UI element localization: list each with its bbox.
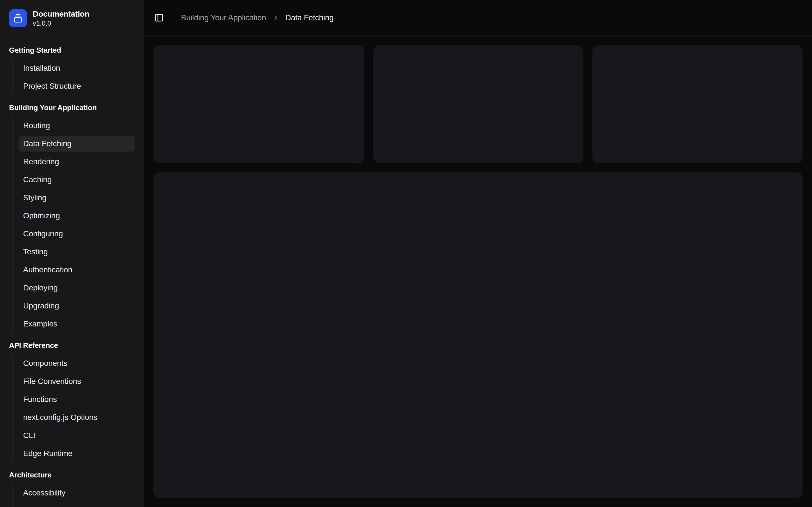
sidebar-menu-item: Routing [18,118,135,133]
sidebar-item-components[interactable]: Components [18,355,135,371]
breadcrumb-parent-link[interactable]: Building Your Application [181,13,266,22]
placeholder-card [153,45,364,163]
breadcrumb: Building Your Application Data Fetching [181,13,334,22]
app-title: Documentation [33,9,89,19]
sidebar-item-upgrading[interactable]: Upgrading [18,298,135,314]
sidebar-group-items: AccessibilityFast Refresh [12,484,135,507]
sidebar-menu-item: next.config.js Options [18,409,135,425]
sidebar-group-label-getting-started[interactable]: Getting Started [4,41,140,59]
sidebar-item-edge-runtime[interactable]: Edge Runtime [18,446,135,461]
sidebar-menu-item: Authentication [18,262,135,278]
sidebar-menu-item: Project Structure [18,78,135,94]
placeholder-panel [153,172,803,498]
sidebar-item-rendering[interactable]: Rendering [18,154,135,170]
sidebar-item-optimizing[interactable]: Optimizing [18,208,135,224]
sidebar-menu-item: Styling [18,190,135,206]
sidebar-menu-item: CLI [18,428,135,443]
sidebar-item-file-conventions[interactable]: File Conventions [18,374,135,389]
placeholder-cards-row [153,45,803,163]
sidebar-item-deploying[interactable]: Deploying [18,280,135,296]
main-area: Building Your Application Data Fetching [144,0,812,507]
sidebar-menu-item: Deploying [18,280,135,296]
sidebar-item-installation[interactable]: Installation [18,60,135,76]
sidebar-item-accessibility[interactable]: Accessibility [18,485,135,501]
sidebar-group-label-api-reference[interactable]: API Reference [4,336,140,354]
sidebar-item-fast-refresh[interactable]: Fast Refresh [18,503,135,507]
app-identity: Documentation v1.0.0 [33,9,89,27]
sidebar-nav: Getting StartedInstallationProject Struc… [0,32,144,507]
placeholder-card [592,45,803,163]
gallery-vertical-end-icon [13,14,22,23]
sidebar-menu-item: Edge Runtime [18,446,135,461]
breadcrumb-current-page: Data Fetching [285,13,334,22]
placeholder-card [373,45,583,163]
sidebar-menu-item: File Conventions [18,374,135,389]
sidebar-item-styling[interactable]: Styling [18,190,135,206]
sidebar-group-items: RoutingData FetchingRenderingCachingStyl… [12,117,135,333]
sidebar-item-routing[interactable]: Routing [18,118,135,133]
app-root: Documentation v1.0.0 Getting StartedInst… [0,0,812,507]
sidebar-group-api-reference: API ReferenceComponentsFile ConventionsF… [4,336,140,462]
sidebar-menu-item: Caching [18,172,135,187]
sidebar-menu-item: Components [18,355,135,371]
sidebar-item-functions[interactable]: Functions [18,392,135,407]
sidebar-item-cli[interactable]: CLI [18,428,135,443]
sidebar-item-caching[interactable]: Caching [18,172,135,187]
sidebar-group-architecture: ArchitectureAccessibilityFast Refresh [4,466,140,507]
sidebar-item-examples[interactable]: Examples [18,316,135,332]
sidebar-group-label-architecture[interactable]: Architecture [4,466,140,484]
sidebar-menu-item: Configuring [18,226,135,242]
app-logo [9,9,27,27]
sidebar-item-project-structure[interactable]: Project Structure [18,78,135,94]
sidebar-group-items: InstallationProject Structure [12,59,135,95]
sidebar-group-building-your-application: Building Your ApplicationRoutingData Fet… [4,99,140,333]
sidebar-item-configuring[interactable]: Configuring [18,226,135,242]
sidebar-header-button[interactable]: Documentation v1.0.0 [4,4,140,32]
sidebar-item-authentication[interactable]: Authentication [18,262,135,278]
content [144,36,812,507]
sidebar-menu-item: Testing [18,244,135,260]
sidebar-menu-item: Fast Refresh [18,503,135,507]
sidebar-menu-item: Functions [18,392,135,407]
sidebar-toggle-button[interactable] [151,10,167,25]
sidebar-menu-item: Rendering [18,154,135,170]
sidebar-group-getting-started: Getting StartedInstallationProject Struc… [4,41,140,95]
sidebar-item-next-config-js-options[interactable]: next.config.js Options [18,409,135,425]
sidebar-menu-item: Data Fetching [18,136,135,152]
sidebar: Documentation v1.0.0 Getting StartedInst… [0,0,144,507]
header: Building Your Application Data Fetching [144,0,812,36]
sidebar-menu-item: Examples [18,316,135,332]
sidebar-item-testing[interactable]: Testing [18,244,135,260]
sidebar-menu-item: Upgrading [18,298,135,314]
sidebar-menu-item: Optimizing [18,208,135,224]
sidebar-group-items: ComponentsFile ConventionsFunctionsnext.… [12,354,135,462]
chevron-right-icon [272,14,280,22]
sidebar-group-label-building-your-application[interactable]: Building Your Application [4,99,140,117]
sidebar-menu-item: Installation [18,60,135,76]
sidebar-menu-item: Accessibility [18,485,135,501]
app-version: v1.0.0 [33,19,89,27]
header-separator [174,13,174,22]
sidebar-item-data-fetching[interactable]: Data Fetching [18,136,135,152]
panel-left-icon [154,13,163,22]
